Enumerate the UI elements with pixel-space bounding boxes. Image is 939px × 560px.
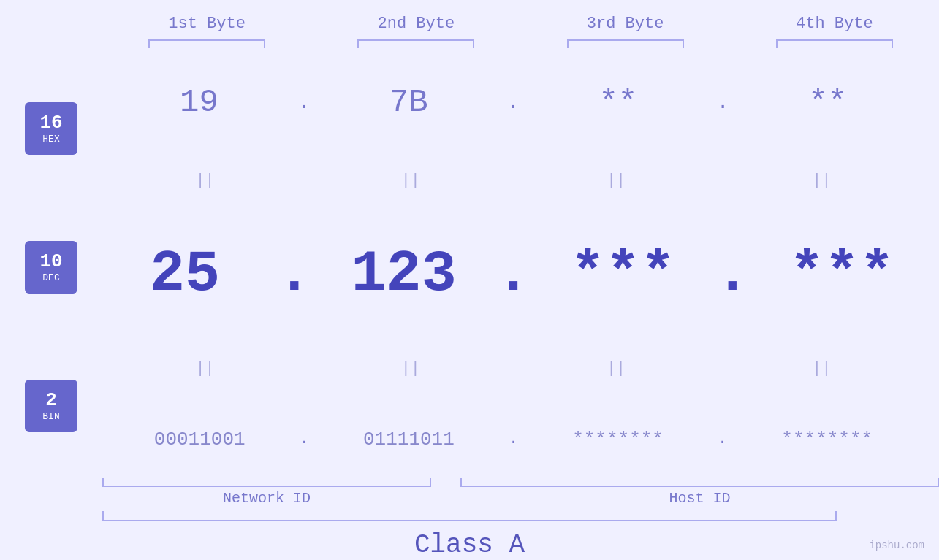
- hex-value-3: **: [598, 84, 637, 120]
- dec-byte-3: ***: [550, 241, 696, 307]
- hex-badge: 16 HEX: [25, 102, 77, 155]
- dec-value-4: ***: [789, 241, 894, 307]
- rows-container: 19 . 7B . ** . ** || || || ||: [102, 59, 939, 475]
- eq-1-2: ||: [338, 172, 484, 190]
- bracket-top-1: [134, 39, 280, 52]
- network-id-bracket: [102, 478, 431, 487]
- dec-badge-number: 10: [39, 251, 62, 272]
- hex-byte-3: **: [545, 84, 691, 120]
- bottom-bracket: [102, 511, 837, 521]
- bracket-top-line-2: [357, 39, 474, 48]
- hex-byte-4: **: [755, 84, 901, 120]
- eq-2-4: ||: [748, 359, 894, 377]
- hex-value-4: **: [808, 84, 847, 120]
- hex-dot-2: .: [507, 91, 520, 114]
- dec-value-3: ***: [570, 241, 675, 307]
- class-label: Class A: [102, 530, 837, 560]
- byte-label-1: 1st Byte: [134, 15, 280, 33]
- bin-value-4: ********: [781, 429, 873, 450]
- dec-value-2: 123: [351, 241, 457, 307]
- network-id-label: Network ID: [102, 490, 431, 507]
- hex-byte-2: 7B: [335, 84, 482, 120]
- eq-1-1: ||: [132, 172, 278, 190]
- bin-byte-1: 00011001: [126, 429, 273, 450]
- hex-badge-label: HEX: [42, 134, 59, 145]
- byte-label-4: 4th Byte: [761, 15, 908, 33]
- bracket-top-line-1: [148, 39, 265, 48]
- bracket-top-line-3: [567, 39, 684, 48]
- eq-2-3: ||: [543, 359, 689, 377]
- dec-badge-label: DEC: [42, 272, 59, 283]
- hex-badge-number: 16: [39, 112, 62, 134]
- brackets-top-row: [0, 39, 939, 52]
- dec-value-1: 25: [150, 241, 220, 307]
- byte-label-2: 2nd Byte: [343, 15, 489, 33]
- bracket-top-3: [552, 39, 699, 52]
- hex-value-2: 7B: [389, 84, 428, 120]
- bin-byte-4: ********: [754, 429, 900, 450]
- id-text-row: Network ID Host ID: [102, 490, 939, 507]
- watermark: ipshu.com: [869, 540, 924, 551]
- bracket-top-line-4: [776, 39, 893, 48]
- bin-badge-label: BIN: [42, 411, 59, 422]
- dec-dot-2: .: [495, 241, 531, 307]
- bin-row: 00011001 . 01111011 . ******** . *******…: [102, 429, 924, 450]
- main-content: 16 HEX 10 DEC 2 BIN 19 . 7B: [0, 59, 939, 475]
- dec-byte-2: 123: [331, 241, 477, 307]
- eq-2-2: ||: [338, 359, 484, 377]
- host-id-label: Host ID: [460, 490, 939, 507]
- main-container: 1st Byte 2nd Byte 3rd Byte 4th Byte 16 H…: [0, 0, 939, 560]
- bin-value-1: 00011001: [154, 429, 246, 450]
- dec-badge: 10 DEC: [25, 241, 77, 294]
- badges-column: 16 HEX 10 DEC 2 BIN: [0, 59, 102, 475]
- hex-value-1: 19: [180, 84, 218, 120]
- bin-badge: 2 BIN: [25, 380, 77, 432]
- hex-dot-1: .: [297, 91, 310, 114]
- host-id-bracket: [460, 478, 939, 487]
- dec-row: 25 . 123 . *** . ***: [102, 241, 924, 307]
- bracket-top-4: [761, 39, 908, 52]
- eq-2-1: ||: [132, 359, 278, 377]
- eq-1-4: ||: [748, 172, 894, 190]
- dec-dot-3: .: [715, 241, 750, 307]
- equals-row-1: || || || ||: [102, 170, 924, 191]
- byte-label-3: 3rd Byte: [552, 15, 699, 33]
- id-bracket-row: [102, 478, 939, 487]
- dec-byte-4: ***: [769, 241, 915, 307]
- bin-value-2: 01111011: [363, 429, 455, 450]
- bin-dot-1: .: [300, 430, 309, 448]
- byte-headers-row: 1st Byte 2nd Byte 3rd Byte 4th Byte: [0, 0, 939, 33]
- bin-byte-2: 01111011: [335, 429, 482, 450]
- bin-byte-3: ********: [545, 429, 691, 450]
- hex-byte-1: 19: [126, 84, 272, 120]
- dec-dot-1: .: [277, 241, 312, 307]
- dec-byte-1: 25: [112, 241, 258, 307]
- eq-1-3: ||: [543, 172, 689, 190]
- equals-row-2: || || || ||: [102, 358, 924, 379]
- bin-dot-3: .: [718, 430, 727, 448]
- bracket-top-2: [343, 39, 489, 52]
- bottom-section: Class A: [0, 511, 939, 560]
- bin-value-3: ********: [572, 429, 664, 450]
- bin-dot-2: .: [509, 430, 518, 448]
- bin-badge-number: 2: [45, 390, 57, 411]
- hex-dot-3: .: [717, 91, 729, 114]
- hex-row: 19 . 7B . ** . **: [102, 84, 924, 120]
